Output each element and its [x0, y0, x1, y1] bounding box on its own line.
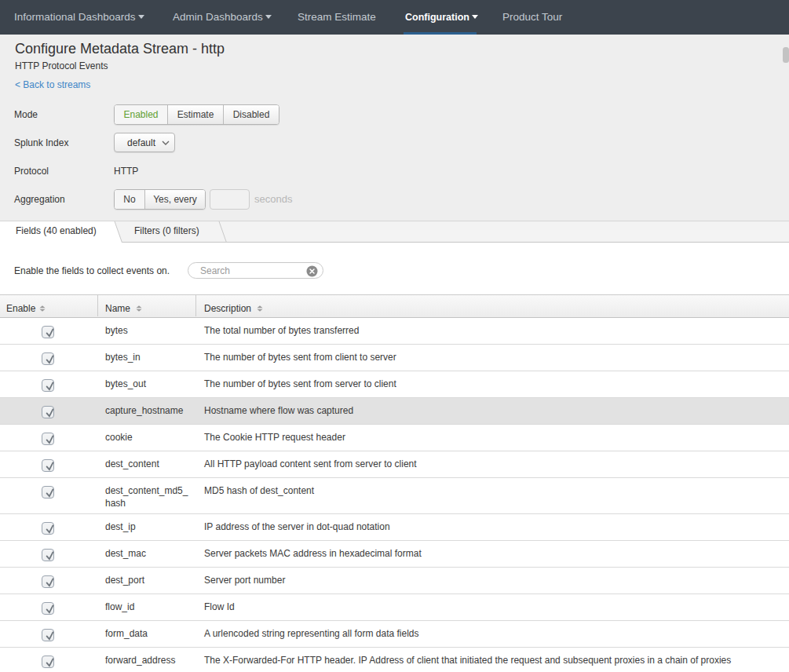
svg-text:Filters (0 filters): Filters (0 filters)	[134, 225, 199, 236]
svg-text:Fields (40 enabled): Fields (40 enabled)	[16, 225, 97, 236]
